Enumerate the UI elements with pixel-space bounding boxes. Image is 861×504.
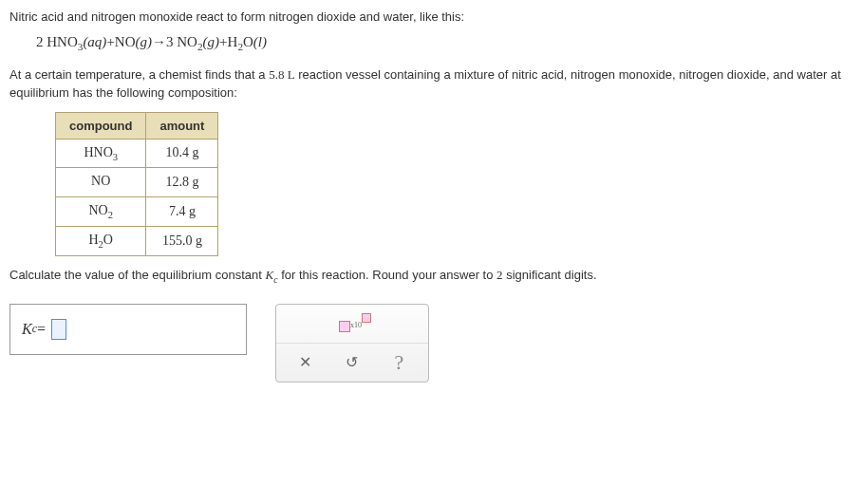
help-button[interactable]: ? — [385, 351, 412, 374]
species: NO — [115, 34, 136, 49]
amount-cell: 12.8 g — [146, 168, 218, 197]
table-header-row: compound amount — [56, 112, 218, 139]
table-row: NO 12.8 g — [56, 168, 218, 197]
state: (g) — [136, 34, 153, 49]
compound-cell: H2O — [56, 226, 146, 255]
vessel-volume: 5.8 L — [269, 67, 294, 82]
context-part: At a certain temperature, a chemist find… — [9, 67, 269, 82]
answer-row: Kc = x10 ✕ ↺ ? — [9, 304, 852, 383]
sci-notation-button[interactable]: x10 — [339, 312, 365, 335]
species: H — [228, 34, 238, 49]
tool-row-actions: ✕ ↺ ? — [276, 343, 428, 382]
sci-notation-icon: x10 — [339, 313, 365, 334]
compound-sub: 3 — [113, 151, 118, 161]
compound-tail: O — [103, 233, 113, 247]
coef: 2 — [36, 34, 44, 49]
sci-exp-box — [362, 313, 371, 323]
tool-row-formats: x10 — [276, 305, 428, 343]
amount-cell: 7.4 g — [146, 197, 218, 227]
question-part: significant digits. — [503, 268, 597, 282]
table-row: H2O 155.0 g — [56, 226, 218, 255]
sci-base-box — [339, 321, 350, 332]
species: HNO — [47, 34, 78, 49]
table-row: HNO3 10.4 g — [56, 139, 218, 168]
sci-x10-label: x10 — [350, 321, 362, 329]
col-compound: compound — [56, 112, 146, 139]
question-text: Calculate the value of the equilibrium c… — [9, 266, 852, 287]
compound-main: NO — [91, 174, 110, 188]
amount-cell: 155.0 g — [146, 226, 218, 255]
compound-main: NO — [88, 203, 107, 217]
coef: 3 — [166, 34, 174, 49]
compound-main: H — [88, 233, 98, 247]
state: (g) — [203, 34, 220, 49]
answer-k: K — [22, 321, 32, 338]
composition-table: compound amount HNO3 10.4 g NO 12.8 g NO… — [55, 112, 218, 256]
clear-button[interactable]: ✕ — [292, 351, 319, 374]
amount-cell: 10.4 g — [146, 139, 218, 168]
species: O — [243, 34, 253, 49]
compound-sub: 2 — [108, 210, 113, 220]
reset-button[interactable]: ↺ — [339, 351, 365, 374]
compound-cell: HNO3 — [56, 139, 146, 168]
compound-main: HNO — [84, 145, 112, 159]
plus: + — [106, 34, 114, 49]
state: (aq) — [83, 34, 106, 49]
question-part: Calculate the value of the equilibrium c… — [9, 268, 266, 282]
chemical-equation: 2 HNO3(aq)+NO(g)→3 NO2(g)+H2O(l) — [36, 34, 852, 52]
context-text: At a certain temperature, a chemist find… — [9, 65, 852, 103]
tool-palette: x10 ✕ ↺ ? — [275, 304, 429, 383]
answer-equals: = — [37, 321, 46, 338]
answer-box[interactable]: Kc = — [9, 304, 247, 355]
compound-cell: NO2 — [56, 197, 146, 227]
species: NO — [177, 34, 197, 49]
col-amount: amount — [146, 112, 218, 139]
answer-input[interactable] — [51, 319, 66, 340]
compound-cell: NO — [56, 168, 146, 197]
arrow: → — [152, 34, 166, 49]
table-row: NO2 7.4 g — [56, 197, 218, 227]
kc-symbol: K — [266, 268, 274, 282]
intro-text: Nitric acid and nitrogen monoxide react … — [9, 8, 852, 27]
plus: + — [219, 34, 227, 49]
question-part: for this reaction. Round your answer to — [278, 268, 497, 282]
state: (l) — [253, 34, 267, 49]
